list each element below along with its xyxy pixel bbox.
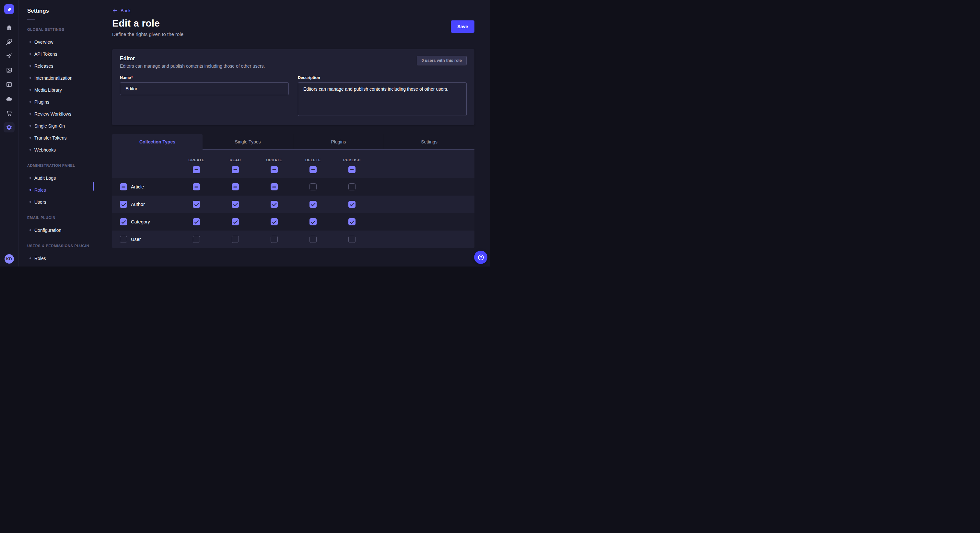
description-field-label: Description: [298, 75, 320, 80]
cloud-icon[interactable]: [3, 94, 14, 104]
sidebar-item-label: Media Library: [34, 87, 62, 93]
section-label-users-permissions-plugin: USERS & PERMISSIONS PLUGIN: [27, 244, 94, 248]
paper-plane-icon[interactable]: [3, 51, 14, 61]
sidebar-item-label: Plugins: [34, 99, 49, 105]
marketplace-cart-icon[interactable]: [3, 108, 14, 118]
description-field[interactable]: Editors can manage and publish contents …: [298, 82, 467, 116]
select-all-update-checkbox[interactable]: [270, 166, 278, 173]
tab-settings[interactable]: Settings: [384, 134, 474, 150]
column-read: READ: [216, 150, 255, 178]
row-label: Article: [131, 184, 144, 189]
role-fields: Name* Description Editors can manage and…: [120, 75, 467, 117]
sidebar-item-label: Transfer Tokens: [34, 135, 67, 141]
sidebar-item-plugins[interactable]: Plugins: [19, 96, 94, 108]
bullet-icon: [30, 189, 31, 191]
sidebar-item-label: Configuration: [34, 228, 61, 233]
sidebar-item-providers[interactable]: Providers: [19, 264, 94, 266]
content-type-builder-layout-icon[interactable]: [3, 79, 14, 90]
sidebar-item-roles-active[interactable]: Roles: [19, 184, 94, 196]
role-details-card: Editor Editors can manage and publish co…: [112, 49, 474, 125]
sidebar-item-media-library[interactable]: Media Library: [19, 84, 94, 96]
sidebar-item-internationalization[interactable]: Internationalization: [19, 72, 94, 84]
sidebar-item-overview[interactable]: Overview: [19, 36, 94, 48]
tab-single-types[interactable]: Single Types: [202, 134, 293, 150]
select-all-publish-checkbox[interactable]: [348, 166, 355, 173]
settings-gear-icon[interactable]: [3, 122, 14, 132]
permission-checkbox-create[interactable]: [193, 218, 200, 225]
sidebar-item-users[interactable]: Users: [19, 196, 94, 208]
permission-checkbox-update[interactable]: [270, 183, 278, 190]
content-manager-feather-icon[interactable]: [3, 36, 14, 47]
bullet-icon: [30, 201, 31, 203]
row-select-checkbox[interactable]: [120, 236, 127, 243]
permissions-panel: CREATE READ UPDATE DELETE: [112, 150, 474, 248]
row-label-cell: Author: [112, 201, 177, 208]
sidebar-item-review-workflows[interactable]: Review Workflows: [19, 108, 94, 120]
strapi-logo[interactable]: [4, 4, 14, 14]
user-avatar[interactable]: KD: [5, 254, 14, 263]
permission-checkbox-update[interactable]: [270, 218, 278, 225]
permission-checkbox-update[interactable]: [270, 236, 278, 243]
sidebar-item-label: Releases: [34, 63, 53, 69]
save-button[interactable]: Save: [451, 21, 474, 33]
bullet-icon: [30, 149, 31, 151]
permission-checkbox-create[interactable]: [193, 201, 200, 208]
permission-checkbox-create[interactable]: [193, 236, 200, 243]
permission-checkbox-read[interactable]: [232, 218, 239, 225]
page-title: Edit a role: [112, 18, 183, 29]
column-create: CREATE: [177, 150, 216, 178]
permission-checkbox-read[interactable]: [232, 201, 239, 208]
back-label: Back: [121, 8, 130, 13]
select-all-read-checkbox[interactable]: [232, 166, 239, 173]
permission-checkbox-create[interactable]: [193, 183, 200, 190]
media-library-images-icon[interactable]: [3, 65, 14, 75]
sidebar-item-transfer-tokens[interactable]: Transfer Tokens: [19, 132, 94, 144]
bullet-icon: [30, 53, 31, 55]
permission-checkbox-read[interactable]: [232, 236, 239, 243]
sidebar-item-webhooks[interactable]: Webhooks: [19, 144, 94, 156]
permission-checkbox-delete[interactable]: [310, 183, 317, 190]
permissions-section: Collection Types Single Types Plugins Se…: [112, 134, 474, 248]
select-all-create-checkbox[interactable]: [193, 166, 200, 173]
question-mark-icon: [477, 254, 485, 261]
back-link[interactable]: Back: [112, 8, 130, 13]
permission-checkbox-delete[interactable]: [310, 201, 317, 208]
users-count-badge[interactable]: 0 users with this role: [417, 56, 467, 65]
role-card-heading-block: Editor Editors can manage and publish co…: [120, 56, 265, 69]
row-select-checkbox[interactable]: [120, 218, 127, 225]
row-select-checkbox[interactable]: [120, 201, 127, 208]
section-label-global-settings: GLOBAL SETTINGS: [27, 27, 94, 32]
sidebar-item-audit-logs[interactable]: Audit Logs: [19, 172, 94, 184]
permission-checkbox-publish[interactable]: [348, 183, 355, 190]
rail-nav: [3, 22, 14, 132]
permission-checkbox-publish[interactable]: [348, 218, 355, 225]
column-delete: DELETE: [294, 150, 332, 178]
arrow-left-icon: [112, 8, 118, 13]
sidebar-item-label: Audit Logs: [34, 176, 56, 181]
sidebar-item-configuration[interactable]: Configuration: [19, 224, 94, 236]
permission-checkbox-publish[interactable]: [348, 201, 355, 208]
sidebar-item-up-roles[interactable]: Roles: [19, 252, 94, 264]
tab-collection-types[interactable]: Collection Types: [112, 134, 202, 150]
permission-checkbox-delete[interactable]: [310, 236, 317, 243]
column-label-create: CREATE: [188, 158, 204, 162]
permission-checkbox-read[interactable]: [232, 183, 239, 190]
sidebar-item-single-sign-on[interactable]: Single Sign-On: [19, 120, 94, 132]
role-summary: Editors can manage and publish contents …: [120, 63, 265, 69]
sidebar-item-label: Overview: [34, 40, 53, 45]
tab-plugins[interactable]: Plugins: [293, 134, 384, 150]
sidebar-item-releases[interactable]: Releases: [19, 60, 94, 72]
name-field[interactable]: [120, 82, 289, 95]
permission-checkbox-delete[interactable]: [310, 218, 317, 225]
sidebar-item-api-tokens[interactable]: API Tokens: [19, 48, 94, 60]
bullet-icon: [30, 229, 31, 231]
icon-rail: KD: [0, 0, 19, 266]
permission-checkbox-update[interactable]: [270, 201, 278, 208]
permission-checkbox-publish[interactable]: [348, 236, 355, 243]
help-button[interactable]: [474, 251, 487, 264]
sidebar-item-label: Webhooks: [34, 148, 56, 152]
select-all-delete-checkbox[interactable]: [310, 166, 317, 173]
row-select-checkbox[interactable]: [120, 183, 127, 190]
settings-subnav: Settings GLOBAL SETTINGS Overview API To…: [19, 0, 94, 266]
home-icon[interactable]: [3, 22, 14, 33]
